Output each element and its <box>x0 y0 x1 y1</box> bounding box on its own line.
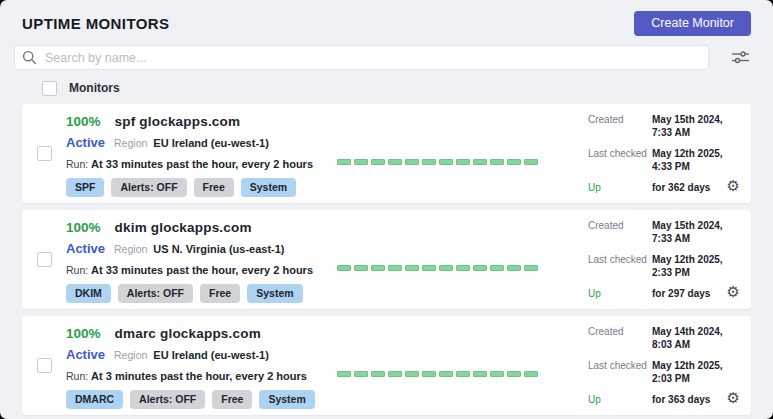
filter-sliders-icon[interactable] <box>731 50 750 65</box>
created-value: May 15th 2024, 7:33 AM <box>652 219 740 245</box>
monitor-checkbox[interactable] <box>37 358 52 373</box>
search-box <box>14 45 709 70</box>
region-label: Region <box>114 348 147 363</box>
status-badge: Active <box>66 241 105 256</box>
card-info: Created May 15th 2024, 7:33 AM Last chec… <box>588 219 740 308</box>
monitor-name[interactable]: spf glockapps.com <box>115 114 241 130</box>
region-value: US N. Virginia (us-east-1) <box>153 242 284 257</box>
region-label: Region <box>114 242 147 257</box>
run-label: Run: <box>66 264 88 276</box>
uptime-percent: 100% <box>66 114 101 130</box>
uptime-bar-segment <box>354 371 368 377</box>
tag-alerts-off: Alerts: OFF <box>118 284 193 303</box>
list-header-label: Monitors <box>69 81 120 95</box>
created-label: Created <box>588 219 652 245</box>
card-checkbox-cell <box>22 316 66 415</box>
uptime-bar-segment <box>456 265 470 271</box>
monitor-card: 100% spf glockapps.com Active Region EU … <box>22 104 751 203</box>
up-label: Up <box>588 287 652 300</box>
tag-system: System <box>241 178 296 197</box>
monitor-card: 100% dkim glockapps.com Active Region US… <box>22 210 751 309</box>
monitor-name[interactable]: dmarc glockapps.com <box>115 326 261 342</box>
uptime-bar-segment <box>456 371 470 377</box>
uptime-bar-segment <box>422 265 436 271</box>
created-value: May 14th 2024, 8:03 AM <box>652 325 740 351</box>
uptime-bar-segment <box>388 159 402 165</box>
uptime-percent: 100% <box>66 220 101 236</box>
uptime-bar-segment <box>337 265 351 271</box>
region-value: EU Ireland (eu-west-1) <box>153 348 269 363</box>
create-monitor-button[interactable]: Create Monitor <box>634 11 751 36</box>
uptime-bar-segment <box>388 265 402 271</box>
tag-list: DMARCAlerts: OFFFreeSystem <box>66 390 315 409</box>
uptime-bar-segment <box>439 265 453 271</box>
card-info: Created May 15th 2024, 7:33 AM Last chec… <box>588 113 740 202</box>
uptime-bar-segment <box>473 371 487 377</box>
uptime-bar-segment <box>422 159 436 165</box>
uptime-monitors-page: UPTIME MONITORS Create Monitor Monitors <box>0 0 773 419</box>
uptime-bar <box>337 265 538 271</box>
uptime-bar-segment <box>405 159 419 165</box>
search-row <box>14 45 750 70</box>
uptime-bar-segment <box>371 265 385 271</box>
uptime-percent: 100% <box>66 326 101 342</box>
run-schedule: At 33 minutes past the hour, every 2 hou… <box>91 264 313 276</box>
run-schedule: At 33 minutes past the hour, every 2 hou… <box>91 158 313 170</box>
uptime-bar-segment <box>371 159 385 165</box>
page-title: UPTIME MONITORS <box>22 15 169 32</box>
up-label: Up <box>588 393 652 406</box>
region-label: Region <box>114 136 147 151</box>
status-badge: Active <box>66 135 105 150</box>
select-all-checkbox[interactable] <box>42 81 57 96</box>
uptime-bar-segment <box>405 265 419 271</box>
run-label: Run: <box>66 158 88 170</box>
tag-free: Free <box>200 284 240 303</box>
card-main: 100% dkim glockapps.com Active Region US… <box>66 210 313 309</box>
card-main: 100% dmarc glockapps.com Active Region E… <box>66 316 315 415</box>
uptime-bar-segment <box>524 371 538 377</box>
last-checked-value: May 12th 2025, 2:03 PM <box>652 359 740 385</box>
card-main: 100% spf glockapps.com Active Region EU … <box>66 104 313 203</box>
tag-system: System <box>247 284 302 303</box>
region-value: EU Ireland (eu-west-1) <box>153 136 269 151</box>
card-checkbox-cell <box>22 104 66 203</box>
monitor-name[interactable]: dkim glockapps.com <box>115 220 252 236</box>
tag-dkim: DKIM <box>66 284 111 303</box>
created-label: Created <box>588 325 652 351</box>
tag-list: DKIMAlerts: OFFFreeSystem <box>66 284 313 303</box>
uptime-bar-segment <box>490 371 504 377</box>
uptime-bar-segment <box>524 159 538 165</box>
uptime-bar-segment <box>405 371 419 377</box>
uptime-bar-segment <box>337 159 351 165</box>
uptime-bar-segment <box>473 265 487 271</box>
last-checked-value: May 12th 2025, 4:33 PM <box>652 147 740 173</box>
tag-alerts-off: Alerts: OFF <box>111 178 186 197</box>
uptime-bar-segment <box>439 159 453 165</box>
status-badge: Active <box>66 347 105 362</box>
last-checked-label: Last checked <box>588 253 652 279</box>
monitor-card: 100% dmarc glockapps.com Active Region E… <box>22 316 751 415</box>
search-input[interactable] <box>14 45 709 70</box>
last-checked-label: Last checked <box>588 147 652 173</box>
uptime-bar-segment <box>439 371 453 377</box>
uptime-bar <box>337 371 538 377</box>
created-value: May 15th 2024, 7:33 AM <box>652 113 740 139</box>
list-header: Monitors <box>42 79 773 97</box>
card-info: Created May 14th 2024, 8:03 AM Last chec… <box>588 325 740 414</box>
monitor-checkbox[interactable] <box>37 146 52 161</box>
monitor-checkbox[interactable] <box>37 252 52 267</box>
search-icon <box>22 50 37 65</box>
tag-spf: SPF <box>66 178 104 197</box>
uptime-bar-segment <box>354 159 368 165</box>
tag-free: Free <box>194 178 234 197</box>
uptime-bar-segment <box>422 371 436 377</box>
uptime-bar-segment <box>337 371 351 377</box>
tag-dmarc: DMARC <box>66 390 123 409</box>
card-checkbox-cell <box>22 210 66 309</box>
uptime-bar-segment <box>354 265 368 271</box>
uptime-bar-segment <box>473 159 487 165</box>
settings-gear-icon[interactable]: ⚙ <box>727 391 740 406</box>
settings-gear-icon[interactable]: ⚙ <box>727 285 740 300</box>
top-bar: UPTIME MONITORS Create Monitor <box>0 0 773 36</box>
settings-gear-icon[interactable]: ⚙ <box>727 179 740 194</box>
